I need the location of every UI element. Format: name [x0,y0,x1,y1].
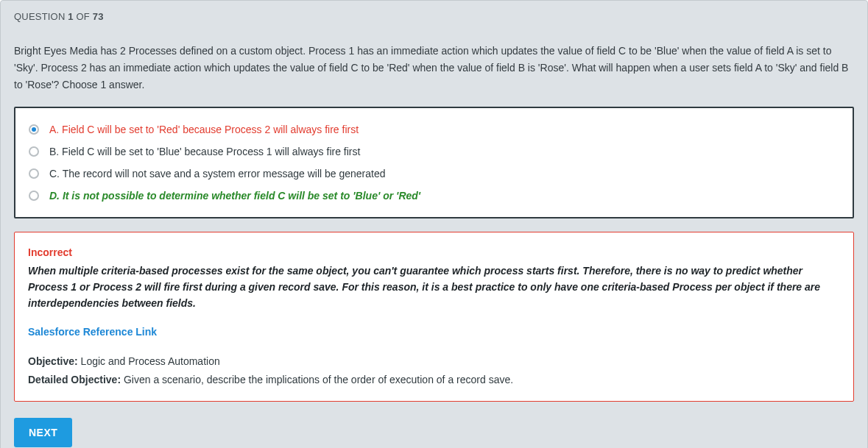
detailed-objective-value: Given a scenario, describe the implicati… [121,374,513,385]
detailed-objective-line: Detailed Objective: Given a scenario, de… [28,371,840,388]
feedback-verdict: Incorrect [28,244,840,260]
question-counter: QUESTION 1 OF 73 [1,1,867,29]
answer-text-c: C. The record will not save and a system… [49,168,386,179]
radio-icon [29,168,39,179]
answer-option-a[interactable]: A. Field C will be set to 'Red' because … [29,118,839,141]
feedback-explanation: When multiple criteria-based processes e… [28,263,840,312]
counter-current: 1 [68,11,73,22]
objective-value: Logic and Process Automation [78,355,220,367]
question-text: Bright Eyes Media has 2 Processes define… [1,29,867,93]
radio-icon [29,146,39,157]
radio-icon [29,124,39,135]
answer-option-b[interactable]: B. Field C will be set to 'Blue' because… [29,141,839,163]
objective-line: Objective: Logic and Process Automation [28,353,840,369]
answer-text-a: A. Field C will be set to 'Red' because … [49,124,359,135]
counter-total: 73 [93,11,104,22]
answer-text-b: B. Field C will be set to 'Blue' because… [49,146,360,157]
objective-label: Objective: [28,355,78,367]
counter-of: OF [74,11,93,22]
radio-icon [29,191,39,201]
detailed-objective-label: Detailed Objective: [28,374,121,385]
feedback-panel: Incorrect When multiple criteria-based p… [14,232,854,402]
next-button[interactable]: NEXT [14,418,72,447]
reference-link[interactable]: Salesforce Reference Link [28,324,157,340]
answers-panel: A. Field C will be set to 'Red' because … [14,107,854,218]
answer-text-d: D. It is not possible to determine wheth… [49,190,420,202]
counter-prefix: QUESTION [14,11,68,22]
answer-option-c[interactable]: C. The record will not save and a system… [29,163,839,185]
answer-option-d[interactable]: D. It is not possible to determine wheth… [29,185,839,207]
question-card: QUESTION 1 OF 73 Bright Eyes Media has 2… [0,0,868,448]
